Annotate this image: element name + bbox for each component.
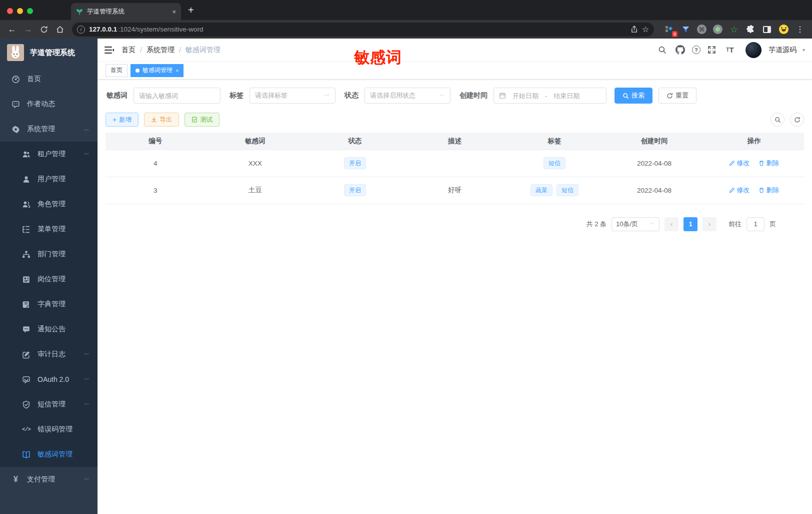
chevron-down-icon: ﹀ bbox=[650, 220, 655, 228]
extension-funnel-icon[interactable] bbox=[680, 25, 690, 35]
sidebar-item-author-news[interactable]: 作者动态 bbox=[0, 92, 98, 117]
edit-link[interactable]: 修改 bbox=[729, 159, 750, 168]
bookmark-star-icon[interactable]: ☆ bbox=[642, 25, 649, 34]
tag-select[interactable]: 请选择标签 ﹀ bbox=[250, 88, 336, 104]
users-icon bbox=[22, 150, 30, 159]
zoom-window-button[interactable] bbox=[27, 8, 33, 14]
dashboard-icon bbox=[12, 75, 20, 84]
url-bar[interactable]: i 127.0.0.1:1024/system/sensitive-word ☆ bbox=[72, 23, 654, 37]
export-button[interactable]: 导出 bbox=[144, 113, 179, 127]
sidebar-item-home[interactable]: 首页 bbox=[0, 67, 98, 92]
close-tab-icon[interactable]: × bbox=[176, 68, 178, 74]
sidebar-item-post[interactable]: 岗位管理 bbox=[0, 267, 98, 292]
test-button[interactable]: 测试 bbox=[184, 113, 220, 127]
sidebar-item-sms[interactable]: 短信管理 ﹀ bbox=[0, 392, 98, 417]
cell-created: 2022-04-08 bbox=[604, 177, 704, 204]
goto-page-input[interactable] bbox=[746, 217, 764, 231]
share-icon[interactable] bbox=[630, 26, 638, 33]
browser-menu-icon[interactable]: ⋮ bbox=[795, 25, 805, 35]
tab-home[interactable]: 首页 bbox=[106, 64, 128, 77]
date-start-input[interactable] bbox=[509, 92, 542, 100]
minimize-window-button[interactable] bbox=[17, 8, 23, 14]
sidebar-item-system[interactable]: 系统管理 ︿ bbox=[0, 117, 98, 142]
font-size-icon[interactable]: TT bbox=[724, 44, 736, 57]
sidebar-item-error-code[interactable]: </> 错误码管理 bbox=[0, 417, 98, 442]
extension-grid-icon[interactable]: 9 bbox=[664, 25, 674, 35]
date-label: 创建时间 bbox=[460, 91, 488, 100]
close-window-button[interactable] bbox=[7, 8, 13, 14]
sidebar-logo[interactable]: 芋道管理系统 bbox=[0, 39, 98, 67]
breadcrumb-current: 敏感词管理 bbox=[186, 46, 220, 55]
user-avatar[interactable] bbox=[746, 42, 762, 58]
sensitive-word-table: 编号 敏感词 状态 描述 标签 创建时间 操作 4 XXX bbox=[106, 133, 804, 204]
window-controls[interactable] bbox=[0, 8, 40, 20]
breadcrumb-system[interactable]: 系统管理 bbox=[146, 46, 174, 55]
fullscreen-icon[interactable] bbox=[706, 44, 718, 57]
github-icon[interactable] bbox=[674, 44, 687, 57]
tab-sensitive-word[interactable]: 敏感词管理 × bbox=[130, 64, 184, 77]
date-range-picker[interactable]: - bbox=[494, 88, 606, 104]
sidebar-item-notice[interactable]: 通知公告 bbox=[0, 317, 98, 342]
extension-command-icon[interactable]: ⌘ bbox=[697, 25, 706, 34]
reset-button[interactable]: 重置 bbox=[658, 88, 696, 104]
sidebar-item-audit-log[interactable]: 审计日志 ﹀ bbox=[0, 342, 98, 367]
status-label: 状态 bbox=[344, 91, 358, 100]
extensions-puzzle-icon[interactable] bbox=[746, 25, 756, 35]
breadcrumb-home[interactable]: 首页 bbox=[122, 46, 136, 55]
date-end-input[interactable] bbox=[550, 92, 583, 100]
prev-page-button[interactable]: ‹ bbox=[664, 217, 678, 231]
status-badge: 开启 bbox=[344, 157, 366, 169]
profile-avatar-icon[interactable] bbox=[778, 25, 788, 35]
code-icon: </> bbox=[22, 426, 30, 432]
help-icon[interactable]: ? bbox=[692, 46, 700, 54]
search-icon[interactable] bbox=[656, 44, 669, 57]
page-number-1[interactable]: 1 bbox=[684, 217, 698, 231]
close-tab-icon[interactable]: × bbox=[172, 8, 176, 16]
comment-dots-icon bbox=[22, 325, 30, 334]
back-icon[interactable]: ← bbox=[5, 23, 19, 37]
table-refresh-icon[interactable] bbox=[790, 113, 804, 127]
next-page-button[interactable]: › bbox=[702, 217, 716, 231]
delete-link[interactable]: 删除 bbox=[758, 186, 779, 195]
sidebar-item-pay[interactable]: ¥ 支付管理 ﹀ bbox=[0, 467, 98, 492]
extension-green-star-icon[interactable]: ☆ bbox=[729, 25, 739, 35]
sidebar: 芋道管理系统 首页 作者动态 系统管理 ︿ bbox=[0, 39, 98, 514]
sidebar-item-oauth[interactable]: OAuth 2.0 ﹀ bbox=[0, 367, 98, 392]
site-info-icon[interactable]: i bbox=[77, 26, 85, 34]
download-icon bbox=[151, 117, 157, 123]
sidebar-item-user[interactable]: 用户管理 bbox=[0, 167, 98, 192]
col-word: 敏感词 bbox=[206, 133, 306, 150]
cell-status: 开启 bbox=[305, 177, 405, 204]
side-panel-icon[interactable] bbox=[762, 25, 772, 35]
add-button[interactable]: + 新增 bbox=[106, 113, 138, 127]
sidebar-item-sensitive-word[interactable]: 敏感词管理 bbox=[0, 442, 98, 467]
reload-icon[interactable] bbox=[37, 23, 51, 37]
new-tab-button[interactable]: + bbox=[188, 5, 194, 16]
chevron-down-icon: ﹀ bbox=[84, 401, 90, 407]
sidebar-item-dept[interactable]: 部门管理 bbox=[0, 242, 98, 267]
gear-icon bbox=[12, 125, 20, 134]
collapse-sidebar-icon[interactable] bbox=[104, 46, 114, 55]
extension-record-icon[interactable] bbox=[713, 25, 722, 34]
sidebar-item-role[interactable]: 角色管理 bbox=[0, 192, 98, 217]
menu-list-icon bbox=[22, 225, 30, 234]
sidebar-item-label: OAuth 2.0 bbox=[38, 375, 77, 383]
delete-link[interactable]: 删除 bbox=[758, 159, 779, 168]
sidebar-item-menu[interactable]: 菜单管理 bbox=[0, 217, 98, 242]
breadcrumb: 首页 / 系统管理 / 敏感词管理 bbox=[122, 46, 220, 55]
search-button[interactable]: 搜索 bbox=[614, 88, 652, 104]
sidebar-item-dict[interactable]: 字典管理 bbox=[0, 292, 98, 317]
status-select[interactable]: 请选择启用状态 ﹀ bbox=[364, 88, 450, 104]
page-content: 敏感词 标签 请选择标签 ﹀ 状态 请选择启用状态 ﹀ 创建时间 bbox=[98, 80, 812, 514]
browser-tab[interactable]: 芋道管理系统 × bbox=[71, 3, 181, 20]
table-search-icon[interactable] bbox=[770, 113, 784, 127]
edit-link[interactable]: 修改 bbox=[729, 186, 750, 195]
chevron-down-icon: ﹀ bbox=[84, 151, 90, 157]
user-menu-caret-icon[interactable]: ▾ bbox=[802, 47, 805, 53]
page-size-select[interactable]: 10条/页 ﹀ bbox=[612, 217, 660, 231]
keyword-input[interactable] bbox=[139, 92, 215, 100]
forward-icon[interactable]: → bbox=[21, 23, 35, 37]
home-icon[interactable] bbox=[53, 23, 67, 37]
sidebar-item-label: 敏感词管理 bbox=[38, 450, 90, 459]
sidebar-item-tenant[interactable]: 租户管理 ﹀ bbox=[0, 142, 98, 167]
